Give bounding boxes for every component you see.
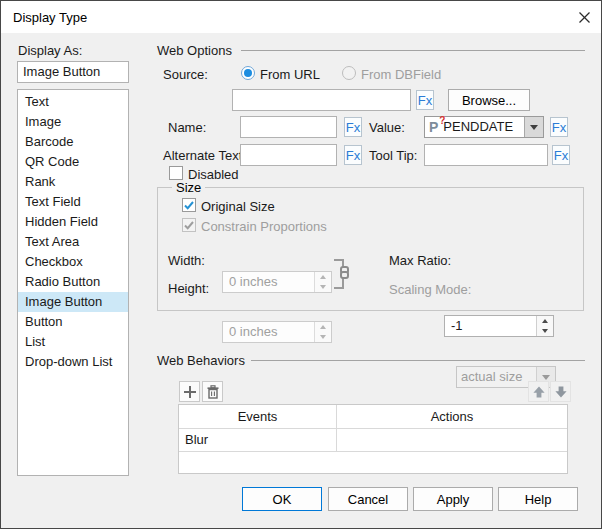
title-bar: Display Type bbox=[1, 1, 601, 33]
sidebar-item-hidden-field[interactable]: Hidden Field bbox=[18, 212, 128, 232]
height-spinner: 0 inches bbox=[222, 321, 332, 343]
spin-down-icon bbox=[315, 332, 331, 342]
width-spinner: 0 inches bbox=[222, 271, 332, 293]
max-ratio-label: Max Ratio: bbox=[389, 253, 451, 268]
chevron-down-icon bbox=[530, 125, 538, 130]
url-formula-button[interactable]: Fx bbox=[416, 90, 434, 110]
value-combobox[interactable]: P? PENDDATE bbox=[424, 116, 544, 138]
dialog-title: Display Type bbox=[13, 10, 87, 25]
name-input[interactable] bbox=[240, 116, 337, 138]
disabled-checkbox[interactable] bbox=[169, 166, 183, 180]
web-options-rule bbox=[241, 50, 585, 51]
sidebar-item-rank[interactable]: Rank bbox=[18, 172, 128, 192]
value-dropdown-arrow[interactable] bbox=[524, 117, 543, 137]
height-label: Height: bbox=[168, 281, 209, 296]
value-selected: PENDDATE bbox=[443, 117, 513, 137]
alternate-text-label: Alternate Text: bbox=[163, 148, 246, 163]
sidebar-item-image-button[interactable]: Image Button bbox=[18, 292, 128, 312]
sidebar-item-text-field[interactable]: Text Field bbox=[18, 192, 128, 212]
behaviors-table-header: Events Actions bbox=[179, 405, 567, 429]
check-icon bbox=[184, 201, 194, 210]
width-spin-buttons bbox=[314, 272, 331, 292]
value-label: Value: bbox=[369, 120, 405, 135]
url-input[interactable] bbox=[232, 89, 411, 111]
spin-down-icon bbox=[537, 326, 553, 336]
ok-button[interactable]: OK bbox=[242, 487, 322, 511]
sidebar-item-checkbox[interactable]: Checkbox bbox=[18, 252, 128, 272]
value-formula-button[interactable]: Fx bbox=[550, 117, 568, 137]
tool-tip-input[interactable] bbox=[424, 144, 548, 166]
sidebar-item-image[interactable]: Image bbox=[18, 112, 128, 132]
sidebar-item-drop-down-list[interactable]: Drop-down List bbox=[18, 352, 128, 372]
from-dbfield-radio[interactable] bbox=[342, 66, 356, 80]
sidebar-item-qr-code[interactable]: QR Code bbox=[18, 152, 128, 172]
arrow-down-icon bbox=[553, 384, 569, 400]
spin-up-icon bbox=[315, 272, 331, 282]
plus-icon bbox=[183, 385, 197, 399]
spin-down-icon bbox=[315, 282, 331, 292]
from-url-label: From URL bbox=[260, 67, 320, 82]
sidebar-item-button[interactable]: Button bbox=[18, 312, 128, 332]
cancel-button[interactable]: Cancel bbox=[328, 487, 408, 511]
alternate-text-formula-button[interactable]: Fx bbox=[344, 145, 362, 165]
spin-up-icon bbox=[315, 322, 331, 332]
original-size-label: Original Size bbox=[201, 199, 275, 214]
sidebar-item-radio-button[interactable]: Radio Button bbox=[18, 272, 128, 292]
web-behaviors-rule bbox=[251, 360, 585, 361]
from-url-radio[interactable] bbox=[241, 66, 255, 80]
radio-dot bbox=[244, 69, 252, 77]
add-behavior-button[interactable] bbox=[179, 381, 200, 402]
behavior-event-cell[interactable]: Blur bbox=[179, 429, 336, 451]
help-button[interactable]: Help bbox=[498, 487, 578, 511]
width-label: Width: bbox=[168, 253, 205, 268]
tool-tip-formula-button[interactable]: Fx bbox=[552, 145, 570, 165]
sidebar-item-text-area[interactable]: Text Area bbox=[18, 232, 128, 252]
parameter-icon: P? bbox=[429, 120, 438, 134]
trash-icon bbox=[206, 385, 220, 399]
max-ratio-spinner[interactable]: -1 bbox=[444, 315, 554, 337]
size-group-title: Size bbox=[172, 180, 205, 195]
display-as-label: Display As: bbox=[18, 43, 82, 58]
height-spin-buttons bbox=[314, 322, 331, 342]
display-as-value[interactable]: Image Button bbox=[17, 61, 129, 83]
chevron-down-icon bbox=[542, 375, 550, 380]
web-behaviors-title: Web Behaviors bbox=[157, 353, 245, 368]
alternate-text-input[interactable] bbox=[240, 144, 337, 166]
original-size-checkbox[interactable] bbox=[182, 198, 196, 212]
constrain-proportions-checkbox bbox=[182, 218, 196, 232]
constrain-proportions-label: Constrain Proportions bbox=[201, 219, 327, 234]
behaviors-table: Events Actions Blur bbox=[178, 404, 568, 474]
display-type-dialog: Display Type Display As: Image Button Te… bbox=[0, 0, 602, 529]
display-type-list: Text Image Barcode QR Code Rank Text Fie… bbox=[17, 89, 129, 476]
source-label: Source: bbox=[163, 67, 208, 82]
move-up-button[interactable] bbox=[528, 381, 549, 402]
spin-up-icon bbox=[537, 316, 553, 326]
max-ratio-spin-buttons[interactable] bbox=[536, 316, 553, 336]
close-button[interactable] bbox=[567, 1, 601, 33]
sidebar-item-text[interactable]: Text bbox=[18, 92, 128, 112]
close-icon bbox=[579, 12, 590, 23]
sidebar-item-barcode[interactable]: Barcode bbox=[18, 132, 128, 152]
name-label: Name: bbox=[168, 120, 206, 135]
browse-button[interactable]: Browse... bbox=[448, 89, 530, 111]
move-down-button[interactable] bbox=[550, 381, 571, 402]
name-formula-button[interactable]: Fx bbox=[344, 117, 362, 137]
events-column-header[interactable]: Events bbox=[179, 405, 336, 428]
from-dbfield-label: From DBField bbox=[361, 67, 441, 82]
behavior-row[interactable]: Blur bbox=[179, 429, 567, 452]
scaling-mode-label: Scaling Mode: bbox=[389, 282, 471, 297]
check-icon bbox=[184, 221, 194, 230]
scaling-mode-value: actual size bbox=[461, 367, 522, 387]
actions-column-header[interactable]: Actions bbox=[336, 405, 567, 428]
chain-link-icon bbox=[340, 266, 349, 279]
behavior-action-cell[interactable] bbox=[336, 429, 567, 451]
delete-behavior-button[interactable] bbox=[202, 381, 223, 402]
sidebar-item-list[interactable]: List bbox=[18, 332, 128, 352]
web-options-title: Web Options bbox=[157, 43, 232, 58]
tool-tip-label: Tool Tip: bbox=[369, 148, 417, 163]
arrow-up-icon bbox=[531, 384, 547, 400]
apply-button[interactable]: Apply bbox=[413, 487, 493, 511]
